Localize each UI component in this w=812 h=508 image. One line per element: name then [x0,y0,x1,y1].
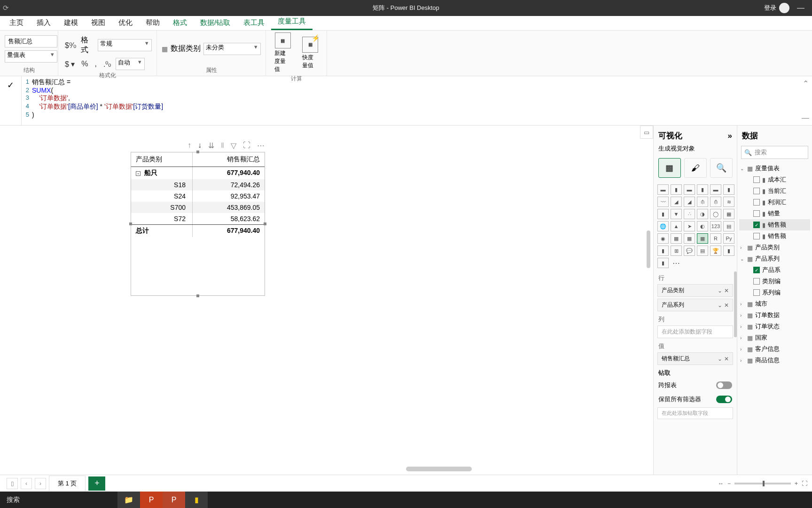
viz-stacked-column[interactable]: ▮ [671,184,682,195]
field-node[interactable]: ▮销量 [739,208,810,219]
viz-100-column[interactable]: ▮ [723,184,734,195]
remove-icon[interactable]: ✕ [724,356,729,362]
viz-line[interactable]: 〰 [657,197,669,207]
viz-scatter[interactable]: ∴ [684,209,695,219]
more-icon[interactable]: ⋯ [257,141,265,150]
tab-view[interactable]: 视图 [85,15,112,30]
viz-python[interactable]: Py [723,233,734,244]
viz-power-apps[interactable]: ▮ [657,258,669,268]
horizontal-scrollbar[interactable] [406,467,472,471]
field-node[interactable]: ✓产品系 [739,264,810,276]
home-table-select[interactable]: 量值表 [5,50,57,63]
viz-slicer[interactable]: ▦ [671,233,682,244]
viz-line-column[interactable]: ⫛ [697,197,708,207]
viz-decomposition[interactable]: ⊞ [671,246,682,256]
page-tab[interactable]: 第 1 页 [49,476,86,491]
field-node[interactable]: 类别编 [739,276,810,287]
quick-measure-button[interactable]: ▦快度量值 [298,37,322,70]
tab-data-drill[interactable]: 数据/钻取 [194,15,237,30]
report-canvas[interactable]: ▭ ↑ ↓ ⇊ ⫴ ▽ ⛶ ⋯ 产品类别销售额汇总 -船只677,940.40 … [0,126,653,475]
tab-optimize[interactable]: 优化 [112,15,139,30]
remove-icon[interactable]: ✕ [724,302,729,309]
add-page-button[interactable]: + [88,476,105,491]
viz-ribbon[interactable]: ≋ [723,197,734,207]
matrix-col-header[interactable]: 销售额汇总 [192,152,265,167]
new-measure-button[interactable]: ▦新建度量值 [271,32,295,73]
zoom-fit-icon[interactable]: ⛶ [802,480,807,487]
viz-line-column2[interactable]: ⫛ [710,197,721,207]
data-category-select[interactable]: 未分类 [203,43,261,55]
table-node[interactable]: ⌄▦产品系列 [739,253,810,264]
zoom-in-icon[interactable]: + [795,480,798,487]
formula-editor[interactable]: 1销售额汇总 = 2SUMX( 3 '订单数据', 4 '订单数据'[商品单价]… [22,76,799,125]
viz-treemap[interactable]: ▦ [723,209,734,219]
zoom-slider[interactable] [734,483,791,484]
taskbar-app-explorer[interactable]: 📁 [117,492,140,508]
viz-clustered-bar[interactable]: ▬ [684,184,695,195]
login-button[interactable]: 登录 [764,3,789,13]
values-well-item[interactable]: 销售额汇总⌄✕ [657,352,733,365]
field-node[interactable]: ✓▮销售额 [739,219,810,230]
cross-report-toggle[interactable] [716,381,732,389]
tab-help[interactable]: 帮助 [139,15,166,30]
fields-search-input[interactable]: 🔍搜索 [741,146,808,159]
chevron-down-icon[interactable]: ⌄ [718,356,722,362]
formula-collapse-icon[interactable]: ⌃ [803,79,809,88]
rows-well-item[interactable]: 产品类别⌄✕ [657,284,733,297]
columns-well[interactable]: 在此处添加数据字段 [657,325,733,338]
table-node[interactable]: ›▦订单数据 [739,310,810,321]
zoom-out-icon[interactable]: − [727,480,731,487]
drill-down-icon[interactable]: ↓ [198,141,202,150]
tab-table-tools[interactable]: 表工具 [237,15,271,30]
viz-qa[interactable]: 💬 [684,246,695,256]
comma-icon[interactable]: , [93,60,99,68]
viz-matrix[interactable]: ▦ [697,233,708,244]
remove-icon[interactable]: ✕ [724,287,729,294]
viz-funnel[interactable]: ▼ [671,209,682,219]
viz-more-icon[interactable]: ⋯ [671,258,682,268]
viz-paginated[interactable]: ▮ [723,246,734,256]
viz-area[interactable]: ◢ [671,197,682,207]
tab-insert[interactable]: 插入 [30,15,57,30]
minimize-icon[interactable]: — [797,4,804,12]
fit-page-icon[interactable]: ↔ [718,480,724,487]
focus-icon[interactable]: ⛶ [243,141,250,150]
matrix-col-header[interactable]: 产品类别 [131,152,192,167]
analytics-tab[interactable]: 🔍 [710,158,733,178]
currency-icon[interactable]: $ ▾ [63,60,77,69]
field-node[interactable]: 系列编 [739,287,810,298]
tab-format[interactable]: 格式 [166,15,194,30]
table-node[interactable]: ›▦产品类别 [739,242,810,253]
format-select[interactable]: 常规 [98,39,152,51]
chevron-down-icon[interactable]: ⌄ [718,302,722,309]
expand-all-icon[interactable]: ⫴ [221,141,224,150]
viz-stacked-bar[interactable]: ▬ [657,184,669,195]
viz-map[interactable]: 🌐 [657,221,669,231]
formula-resize-icon[interactable]: — [802,114,809,122]
viz-card[interactable]: 123 [710,221,721,231]
viz-narrative[interactable]: ▤ [697,246,708,256]
viz-pane-scrollbar[interactable] [734,271,737,337]
matrix-visual[interactable]: ↑ ↓ ⇊ ⫴ ▽ ⛶ ⋯ 产品类别销售额汇总 -船只677,940.40 S1… [131,152,265,296]
table-node[interactable]: ›▦商品信息 [739,355,810,366]
format-visual-tab[interactable]: 🖌 [684,158,707,178]
viz-azure-map[interactable]: ➤ [684,221,695,231]
page-next-icon[interactable]: › [35,478,46,489]
taskbar-app-powerpoint[interactable]: P [140,492,163,508]
canvas-toggle-icon[interactable]: ▭ [640,126,653,139]
field-node[interactable]: ▮利润汇 [739,197,810,208]
table-node[interactable]: ›▦国家 [739,332,810,343]
viz-goals[interactable]: 🏆 [710,246,721,256]
expand-down-icon[interactable]: ⇊ [208,141,214,150]
viz-donut[interactable]: ◯ [710,209,721,219]
field-node[interactable]: ▮成本汇 [739,174,810,185]
build-visual-tab[interactable]: ▦ [658,158,681,178]
viz-pie[interactable]: ◑ [697,209,708,219]
decimal-icon[interactable]: .⁰₀ [102,60,113,69]
drill-well[interactable]: 在此处添加钻取字段 [657,407,733,419]
tab-model[interactable]: 建模 [57,15,85,30]
measure-name-input[interactable] [5,35,57,48]
taskbar-app-powerpoint2[interactable]: P [163,492,185,508]
viz-100-bar[interactable]: ▬ [710,184,721,195]
drill-up-icon[interactable]: ↑ [187,141,191,150]
